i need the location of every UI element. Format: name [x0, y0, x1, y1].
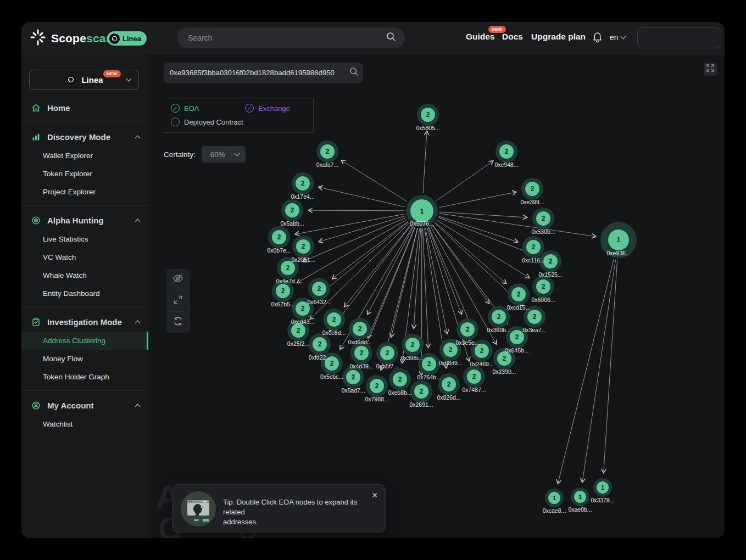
- divider: [21, 390, 148, 391]
- graph-node[interactable]: 2: [522, 236, 544, 258]
- graph-node[interactable]: 1: [545, 489, 564, 507]
- graph-node[interactable]: 2: [410, 380, 432, 402]
- search-icon[interactable]: [386, 32, 396, 44]
- graph-node[interactable]: 2: [308, 278, 330, 300]
- check-circle-icon: ✓: [171, 104, 180, 113]
- sidebar-item-entity-dashboard[interactable]: Entity Dashboard: [21, 284, 148, 303]
- graph-node[interactable]: 1: [593, 478, 612, 497]
- svg-text:2: 2: [301, 305, 305, 312]
- graph-node[interactable]: 2: [366, 375, 388, 397]
- svg-text:2: 2: [318, 285, 321, 293]
- graph-node[interactable]: 2: [532, 276, 554, 298]
- node-address-label: 0xe399...: [520, 199, 544, 205]
- node-address-label: 0x5805...: [416, 125, 439, 131]
- svg-text:2: 2: [531, 185, 535, 193]
- node-address-label: 0x645b...: [505, 347, 528, 354]
- graph-node[interactable]: 2: [376, 342, 398, 364]
- svg-text:1: 1: [420, 207, 424, 215]
- nav-docs[interactable]: Docs: [502, 32, 523, 42]
- legend-eoa[interactable]: ✓ EOA: [171, 104, 245, 113]
- fullscreen-button[interactable]: [704, 63, 717, 76]
- certainty-label: Certainty:: [164, 150, 196, 159]
- node-address-label: 0xae0b...: [568, 506, 592, 513]
- sidebar-section-home[interactable]: Home: [21, 98, 148, 117]
- clipboard-icon: [31, 317, 41, 327]
- fit-view-button[interactable]: [166, 290, 190, 311]
- chevron-up-icon: [135, 320, 141, 326]
- logo[interactable]: Scopescan: [29, 29, 113, 48]
- graph-node[interactable]: 2: [316, 141, 338, 163]
- target-icon: [31, 216, 41, 225]
- search-icon[interactable]: [349, 67, 359, 79]
- graph-node[interactable]: 2: [342, 366, 364, 388]
- sidebar-section-discovery-mode[interactable]: Discovery Mode: [21, 127, 148, 147]
- address-input[interactable]: 0xe93685f3bba03016f02bd1828badd6195988d9…: [164, 63, 363, 83]
- close-icon[interactable]: ✕: [371, 491, 378, 500]
- svg-text:2: 2: [326, 148, 330, 155]
- sidebar-section-alpha-hunting[interactable]: Alpha Hunting: [21, 210, 148, 230]
- graph-node[interactable]: 2: [417, 104, 439, 126]
- svg-text:2: 2: [358, 325, 362, 333]
- node-address-label: 0x7988...: [365, 396, 388, 402]
- graph-node[interactable]: 2: [309, 333, 331, 355]
- graph-node[interactable]: 2: [532, 208, 554, 229]
- language-selector[interactable]: en: [610, 33, 625, 42]
- graph-node[interactable]: 2: [281, 199, 303, 221]
- svg-text:2: 2: [517, 290, 521, 298]
- node-address-label: 0x3e5e...: [455, 339, 479, 346]
- graph-node[interactable]: 2: [521, 178, 543, 200]
- graph-node[interactable]: 2: [323, 309, 345, 331]
- graph-node[interactable]: 2: [438, 373, 460, 395]
- sidebar-item-money-flow[interactable]: Money Flow: [21, 350, 148, 368]
- graph-node[interactable]: 2: [389, 368, 411, 390]
- svg-text:1: 1: [617, 236, 621, 244]
- legend-exchange[interactable]: ✓ Exchange: [245, 104, 290, 113]
- svg-text:2: 2: [291, 206, 294, 214]
- graph-node[interactable]: 2: [292, 172, 314, 194]
- global-search[interactable]: Search: [177, 27, 405, 48]
- graph-canvas[interactable]: A C 222222222222222222222222222222222222…: [148, 55, 725, 538]
- chart-icon: [31, 132, 41, 142]
- network-selector[interactable]: Linea NEW: [29, 70, 139, 89]
- refresh-button[interactable]: [166, 312, 190, 333]
- graph-node[interactable]: 2: [350, 342, 372, 364]
- sidebar-item-live-statistics[interactable]: Live Statistics: [21, 230, 148, 248]
- sidebar-item-address-clustering[interactable]: Address Clustering: [21, 332, 148, 350]
- node-address-label: 0x0b7e...: [267, 247, 291, 254]
- graph-node[interactable]: 2: [402, 334, 424, 356]
- sidebar-item-project-explorer[interactable]: Project Explorer: [21, 183, 148, 201]
- sidebar-item-wallet-explorer[interactable]: Wallet Explorer: [21, 147, 148, 165]
- chevron-down-icon: [620, 34, 626, 40]
- sidebar-section-my-account[interactable]: My Account: [21, 395, 148, 415]
- tip-illustration: [181, 491, 216, 527]
- graph-node[interactable]: 2: [292, 236, 314, 257]
- graph-node[interactable]: 2: [268, 226, 290, 248]
- svg-text:2: 2: [375, 382, 379, 390]
- graph-node[interactable]: 2: [496, 141, 517, 163]
- svg-text:2: 2: [515, 333, 519, 341]
- bell-icon[interactable]: [592, 32, 603, 46]
- graph-node[interactable]: 2: [456, 318, 478, 340]
- svg-text:2: 2: [426, 111, 430, 119]
- sidebar-item-token-explorer[interactable]: Token Explorer: [21, 165, 148, 183]
- svg-text:2: 2: [449, 346, 453, 354]
- sidebar-item-vc-watch[interactable]: VC Watch: [21, 248, 148, 266]
- chevron-down-icon: [126, 76, 132, 82]
- node-address-label: 0x6006...: [531, 296, 555, 303]
- legend-deployed-contract[interactable]: Deployed Contract: [171, 117, 243, 126]
- sidebar-item-token-holder-graph[interactable]: Token Holder Graph: [21, 368, 148, 386]
- tip-toast: Tip: Double Click EOA nodes to expand it…: [172, 484, 386, 533]
- certainty-dropdown[interactable]: 60%: [202, 146, 246, 163]
- sidebar-item-watchlist[interactable]: Watchlist: [21, 415, 148, 433]
- graph-node[interactable]: 2: [508, 283, 530, 305]
- sidebar-item-whale-watch[interactable]: Whale Watch: [21, 266, 148, 284]
- topbar-action-button[interactable]: [637, 27, 721, 48]
- sidebar-section-investigation-mode[interactable]: Investigation Mode: [21, 312, 148, 332]
- hide-labels-button[interactable]: [166, 269, 190, 290]
- graph-node[interactable]: 1: [571, 488, 589, 506]
- certainty-value: 60%: [210, 150, 225, 159]
- graph-node[interactable]: 2: [463, 366, 485, 388]
- nav-upgrade-plan[interactable]: Upgrade plan: [531, 32, 586, 42]
- nav-guides[interactable]: Guides: [466, 32, 495, 42]
- graph-node[interactable]: 2: [349, 318, 371, 340]
